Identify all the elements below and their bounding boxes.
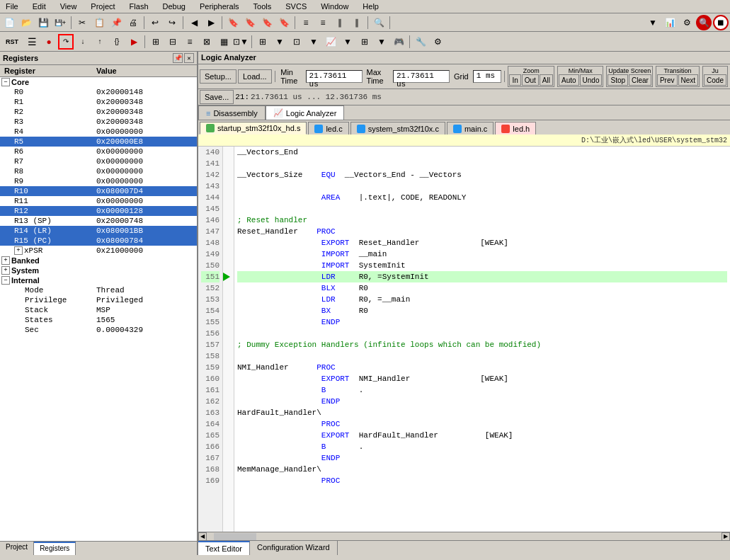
reg-r15[interactable]: R15 (PC) 0x08000784 [0, 236, 197, 246]
paste-btn[interactable]: 📌 [108, 15, 124, 30]
menu-file[interactable]: File [3, 1, 21, 11]
open-btn[interactable]: 📂 [18, 15, 34, 30]
file-tab-startup[interactable]: startup_stm32f10x_hd.s [200, 122, 307, 135]
hscrollbar[interactable]: ◀ ▶ [198, 532, 730, 540]
reg-r7[interactable]: R7 0x00000000 [0, 156, 197, 166]
reg-r4[interactable]: R4 0x00000000 [0, 127, 197, 137]
panel-pin-icon[interactable]: 📌 [173, 53, 183, 63]
hscroll-right-btn[interactable]: ▶ [722, 532, 730, 541]
settings-btn[interactable]: 🔧 [413, 34, 428, 50]
step-out-btn[interactable]: ↑ [92, 34, 108, 50]
menu-project[interactable]: Project [88, 1, 118, 11]
bookmark1-btn[interactable]: 🔖 [225, 15, 241, 30]
new-file-btn[interactable]: 📄 [1, 15, 17, 30]
menu-peripherals[interactable]: Peripherals [197, 1, 242, 11]
load-btn[interactable]: Load... [238, 69, 272, 84]
nav-fwd-btn[interactable]: ▶ [203, 15, 219, 30]
search-large-btn[interactable]: 🔍 [696, 15, 712, 30]
reg-sec[interactable]: Sec 0.00004329 [0, 325, 197, 335]
reg-r0[interactable]: R0 0x20000148 [0, 87, 197, 97]
dropdown2-btn[interactable]: ⊡▼ [233, 34, 249, 50]
bookmark3-btn[interactable]: 🔖 [259, 15, 275, 30]
menu-view[interactable]: View [57, 1, 80, 11]
save-all-btn[interactable]: 💾+ [52, 15, 68, 30]
panel-close-icon[interactable]: ✕ [184, 53, 194, 63]
file-tab-led-h[interactable]: led.h [495, 122, 536, 135]
reg-r3[interactable]: R3 0x20000348 [0, 117, 197, 127]
dropdown6-btn[interactable]: ▼ [374, 34, 389, 50]
ext2-btn[interactable]: ⚙ [679, 15, 695, 30]
align2-btn[interactable]: ≡ [315, 15, 331, 30]
reg-r11[interactable]: R11 0x00000000 [0, 196, 197, 206]
save-btn-la[interactable]: Save... [200, 90, 234, 104]
internal-expand-btn[interactable]: − [1, 276, 10, 285]
align4-btn[interactable]: ∥ [349, 15, 365, 30]
undo-btn[interactable]: ↩ [147, 15, 163, 30]
screen4-btn[interactable]: ⊞ [357, 34, 372, 50]
ext3-btn[interactable]: 🎮 [391, 34, 406, 50]
undo-minmax-btn[interactable]: Undo [580, 74, 603, 86]
nav-back-btn[interactable]: ◀ [186, 15, 202, 30]
reg-r6[interactable]: R6 0x00000000 [0, 147, 197, 156]
disassembly-tab[interactable]: ≡ Disassembly [198, 105, 266, 120]
dropdown1-btn[interactable]: ▼ [645, 15, 661, 30]
search-btn[interactable]: 🔍 [371, 15, 387, 30]
run-btn[interactable]: ● [41, 34, 57, 50]
next-btn[interactable]: Next [678, 74, 699, 86]
save-btn[interactable]: 💾 [35, 15, 51, 30]
reg-xpsr[interactable]: +xPSR 0x21000000 [0, 246, 197, 256]
run-to-cursor-btn[interactable]: ▶ [126, 34, 142, 50]
file-tab-main[interactable]: main.c [447, 122, 494, 135]
screen2-btn[interactable]: ⊡ [289, 34, 304, 50]
step-into-btn[interactable]: ↓ [75, 34, 91, 50]
registers-tab[interactable]: Registers [34, 542, 76, 555]
rst-btn[interactable]: RST [1, 34, 23, 50]
project-tab[interactable]: Project [0, 542, 34, 555]
banked-group-row[interactable]: + Banked [0, 256, 197, 265]
zoom-out-btn[interactable]: Out [522, 74, 539, 86]
reg-r13[interactable]: R13 (SP) 0x20000748 [0, 216, 197, 226]
screen3-btn[interactable]: 📈 [323, 34, 338, 50]
setup-btn[interactable]: Setup... [200, 69, 236, 84]
stop-circle-btn[interactable]: ⏹ [713, 15, 729, 30]
code-btn[interactable]: Code [704, 74, 726, 86]
cmd1-btn[interactable]: ⊞ [148, 34, 164, 50]
reg-r8[interactable]: R8 0x00000000 [0, 166, 197, 176]
redo-btn[interactable]: ↪ [164, 15, 180, 30]
print-btn[interactable]: 🖨 [125, 15, 141, 30]
dropdown3-btn[interactable]: ▼ [272, 34, 287, 50]
dropdown4-btn[interactable]: ▼ [306, 34, 321, 50]
cut-btn[interactable]: ✂ [74, 15, 90, 30]
zoom-all-btn[interactable]: All [540, 74, 553, 86]
menu-tools[interactable]: Tools [251, 1, 275, 11]
step-over-btn[interactable]: ↷ [58, 34, 74, 50]
bookmark4-btn[interactable]: 🔖 [276, 15, 292, 30]
menu-edit[interactable]: Edit [30, 1, 49, 11]
copy-btn[interactable]: 📋 [91, 15, 107, 30]
cmd3-btn[interactable]: ≡ [182, 34, 198, 50]
cmd2-btn[interactable]: ⊟ [165, 34, 181, 50]
dropdown5-btn[interactable]: ▼ [340, 34, 355, 50]
reg-r1[interactable]: R1 0x20000348 [0, 97, 197, 107]
bookmark2-btn[interactable]: 🔖 [242, 15, 258, 30]
system-expand-btn[interactable]: + [1, 266, 10, 275]
xpsr-expand-btn[interactable]: + [14, 246, 23, 255]
internal-group-row[interactable]: − Internal [0, 275, 197, 285]
reg-r10[interactable]: R10 0x080007D4 [0, 186, 197, 196]
banked-expand-btn[interactable]: + [1, 256, 10, 265]
cmd4-btn[interactable]: ⊠ [199, 34, 215, 50]
auto-btn[interactable]: Auto [559, 74, 579, 86]
config-wizard-tab[interactable]: Configuration Wizard [250, 541, 338, 555]
core-group-row[interactable]: − Core [0, 77, 197, 87]
reg-r12[interactable]: R12 0x00000128 [0, 206, 197, 216]
menu-svcs[interactable]: SVCS [283, 1, 309, 11]
prev-btn[interactable]: Prev [657, 74, 678, 86]
ext1-btn[interactable]: 📊 [662, 15, 678, 30]
align1-btn[interactable]: ≡ [298, 15, 314, 30]
menu-flash[interactable]: Flash [127, 1, 152, 11]
registers-btn[interactable]: ☰ [24, 34, 40, 50]
align3-btn[interactable]: ∥ [332, 15, 348, 30]
reg-r2[interactable]: R2 0x20000348 [0, 107, 197, 117]
logic-analyzer-tab[interactable]: 📈 Logic Analyzer [266, 105, 345, 120]
settings2-btn[interactable]: ⚙ [430, 34, 445, 50]
